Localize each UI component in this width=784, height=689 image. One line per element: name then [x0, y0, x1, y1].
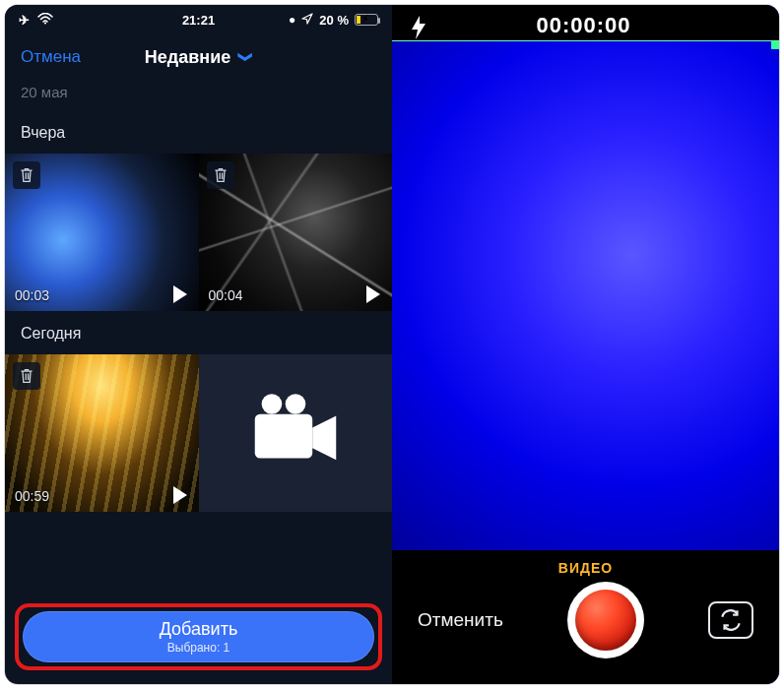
play-icon — [173, 486, 187, 504]
add-button-label: Добавить — [160, 619, 238, 640]
thumb-row: 00:59 — [5, 354, 392, 512]
trash-icon — [213, 166, 229, 184]
duration-label: 00:59 — [15, 488, 49, 504]
svg-point-2 — [261, 394, 282, 414]
camera-bottombar: ВИДЕО Отменить — [392, 550, 779, 684]
video-thumbnail[interactable]: 00:03 — [5, 154, 199, 311]
viewfinder[interactable] — [392, 40, 779, 574]
battery-icon: ⚡︎ — [355, 14, 378, 26]
shutter-button[interactable] — [567, 582, 644, 658]
delete-button[interactable] — [13, 161, 40, 189]
delete-button[interactable] — [207, 161, 234, 189]
section-label-today: Сегодня — [5, 311, 392, 354]
camera-screen: 00:00:00 ВИДЕО Отменить — [392, 5, 779, 684]
duration-label: 00:03 — [15, 287, 49, 303]
flash-icon — [410, 15, 427, 40]
location-icon — [301, 13, 313, 28]
album-title: Недавние — [145, 47, 230, 68]
svg-point-3 — [285, 394, 305, 414]
section-label-previous: 20 мая — [5, 80, 392, 110]
svg-point-0 — [44, 22, 46, 24]
delete-button[interactable] — [13, 362, 40, 390]
status-bar: ✈︎ 21:21 ● 20 % ⚡︎ — [5, 5, 392, 34]
play-icon — [366, 285, 380, 303]
section-label-yesterday: Вчера — [5, 110, 392, 154]
media-picker-screen: ✈︎ 21:21 ● 20 % ⚡︎ Отмена Недавние ❯ — [5, 5, 392, 684]
add-button[interactable]: Добавить Выбрано: 1 — [23, 611, 374, 662]
camera-icon — [241, 377, 350, 489]
recording-timer: 00:00:00 — [536, 13, 630, 38]
video-thumbnail[interactable]: 00:59 — [5, 354, 199, 512]
switch-camera-button[interactable] — [708, 601, 753, 639]
capture-mode-label[interactable]: ВИДЕО — [392, 550, 779, 576]
cancel-button[interactable]: Отмена — [21, 47, 81, 67]
video-thumbnail[interactable]: 00:04 — [199, 154, 393, 311]
chevron-down-icon: ❯ — [238, 51, 254, 63]
record-new-video[interactable] — [199, 354, 393, 512]
tutorial-highlight: Добавить Выбрано: 1 — [15, 603, 382, 670]
bottom-bar: Добавить Выбрано: 1 — [5, 594, 392, 684]
duration-label: 00:04 — [209, 287, 243, 303]
switch-camera-icon — [718, 607, 744, 633]
camera-cancel-button[interactable]: Отменить — [418, 609, 503, 631]
battery-percent: 20 % — [319, 13, 349, 28]
airplane-icon: ✈︎ — [19, 13, 30, 28]
trash-icon — [19, 367, 34, 385]
wifi-icon — [37, 13, 53, 28]
picker-navbar: Отмена Недавние ❯ — [5, 34, 392, 80]
record-icon — [575, 590, 636, 651]
album-selector[interactable]: Недавние ❯ — [145, 47, 252, 68]
thumb-row: 00:03 00:04 — [5, 154, 392, 311]
add-button-subtitle: Выбрано: 1 — [167, 641, 230, 655]
play-icon — [173, 285, 187, 303]
trash-icon — [19, 166, 34, 184]
status-time: 21:21 — [182, 13, 215, 28]
do-not-disturb-icon: ● — [289, 13, 295, 27]
svg-rect-1 — [255, 414, 312, 459]
